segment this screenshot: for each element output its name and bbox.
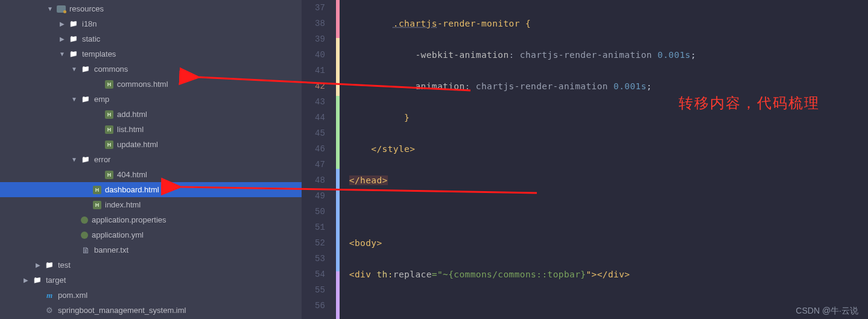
html-icon [93,186,101,194]
tree-item-label: i18n [81,19,97,28]
expand-arrow-icon[interactable] [58,51,66,57]
folder-icon [69,19,78,29]
folder-icon [69,49,78,59]
folder-icon [33,276,42,285]
line-number: 40 [315,47,325,63]
tree-item-update-html[interactable]: update.html [0,137,302,152]
tree-item-error[interactable]: error [0,152,302,167]
tree-item-pom-xml[interactable]: pom.xml [0,288,302,303]
tree-item-app-yml[interactable]: application.yml [0,227,302,242]
props-icon [81,216,88,224]
tree-item-label: commons.html [116,80,168,89]
project-tree[interactable]: resourcesi18nstatictemplatescommonscommo… [0,0,302,319]
tree-item-label: application.properties [90,215,166,224]
html-icon [105,125,113,134]
html-icon [105,110,113,119]
tree-item-templates[interactable]: templates [0,46,302,62]
line-number: 53 [315,251,325,267]
tree-item-label: dashboard.html [104,185,159,194]
code-line: animation: chartjs-render-animation 0.00… [349,78,868,94]
tree-item-resources[interactable]: resources [0,1,302,16]
line-number: 52 [315,235,325,251]
code-area[interactable]: .chartjs-render-monitor { -webkit-animat… [340,0,868,319]
tree-item-404-html[interactable]: 404.html [0,167,302,182]
line-number: 43 [315,94,325,110]
tree-item-label: banner.txt [93,245,128,254]
iml-icon [45,306,54,315]
tree-item-target[interactable]: target [0,273,302,288]
expand-arrow-icon[interactable] [70,96,78,103]
expand-arrow-icon[interactable] [22,277,30,283]
tree-item-label: springboot_management_system.iml [57,306,186,315]
expand-arrow-icon[interactable] [58,21,66,27]
tree-item-list-html[interactable]: list.html [0,122,302,137]
tree-item-label: error [93,155,110,164]
code-editor[interactable]: 3738394041424344454647484950515253545556… [302,0,868,319]
tree-item-label: templates [81,49,116,58]
code-line [349,298,868,314]
pom-icon [45,291,54,300]
html-icon [105,141,113,149]
folder-icon [81,95,90,104]
line-gutter: 3738394041424344454647484950515253545556 [302,0,336,319]
code-line: </style> [349,141,868,157]
html-icon [105,171,113,179]
code-line: <div th:replace="~{commons/commons::topb… [349,267,868,282]
line-number: 44 [315,110,325,125]
tree-item-label: static [81,34,100,43]
line-number: 39 [315,31,325,47]
expand-arrow-icon[interactable] [70,156,78,163]
folder-icon [81,65,90,74]
code-line: -webkit-animation: chartjs-render-animat… [349,47,868,63]
tree-item-label: resources [68,4,104,13]
line-number: 47 [315,157,325,172]
expand-arrow-icon[interactable] [58,36,66,42]
tree-item-label: add.html [116,110,147,119]
line-number: 51 [315,220,325,235]
expand-arrow-icon[interactable] [70,66,78,72]
tree-item-emp[interactable]: emp [0,92,302,107]
html-icon [93,201,101,209]
tree-item-label: test [57,261,71,270]
tree-item-commons-html[interactable]: commons.html [0,77,302,92]
tree-item-label: target [45,276,66,285]
tree-item-commons[interactable]: commons [0,62,302,77]
tree-item-label: list.html [116,125,144,134]
tree-item-label: commons [93,65,128,74]
tree-item-app-props[interactable]: application.properties [0,212,302,227]
yml-icon [81,232,88,239]
tree-item-label: application.yml [90,230,144,239]
txt-icon [81,245,90,255]
tree-item-i18n[interactable]: i18n [0,16,302,31]
line-number: 54 [315,267,325,282]
expand-arrow-icon[interactable] [34,262,42,268]
tree-item-label: index.html [104,200,141,209]
code-line: <body> [349,235,868,251]
line-number: 49 [315,188,325,204]
line-number: 50 [315,204,325,220]
tree-item-add-html[interactable]: add.html [0,107,302,122]
line-number: 46 [315,141,325,157]
line-number: 42 [315,78,325,94]
tree-item-label: update.html [116,140,158,149]
code-line [349,204,868,220]
watermark: CSDN @牛·云说 [796,306,858,317]
folder-icon [45,261,54,270]
tree-item-label: emp [93,95,109,104]
tree-item-test[interactable]: test [0,257,302,273]
line-number: 38 [315,16,325,31]
line-number: 37 [315,0,325,16]
tree-item-banner-txt[interactable]: banner.txt [0,242,302,257]
tree-item-static[interactable]: static [0,31,302,46]
line-number: 45 [315,125,325,141]
expand-arrow-icon[interactable] [46,5,54,12]
tree-item-iml[interactable]: springboot_management_system.iml [0,303,302,318]
tree-item-dashboard-html[interactable]: dashboard.html [0,182,302,197]
tree-item-label: 404.html [116,170,147,179]
tree-item-label: pom.xml [57,291,87,300]
line-number: 48 [315,172,325,188]
line-number: 41 [315,63,325,78]
tree-item-index-html[interactable]: index.html [0,197,302,212]
line-number: 55 [315,282,325,298]
code-line: .chartjs-render-monitor { [349,16,868,31]
